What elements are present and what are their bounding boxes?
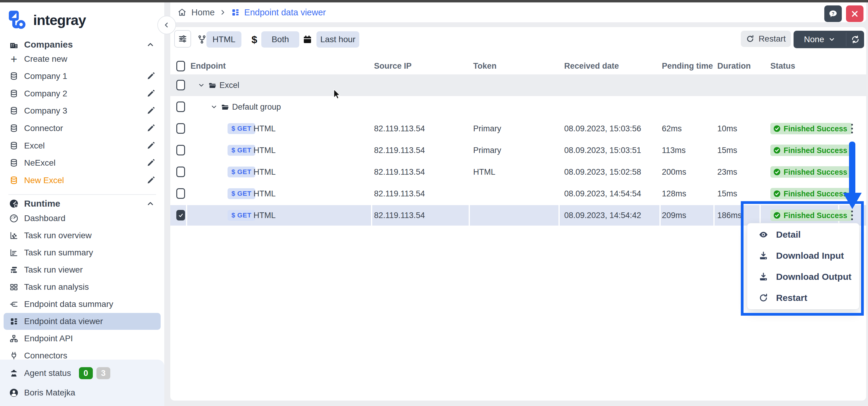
- menu-item-detail[interactable]: Detail: [747, 224, 859, 245]
- kebab-icon: [850, 188, 854, 199]
- row-menu-button[interactable]: [845, 187, 859, 200]
- status-text: Finished Success: [784, 146, 847, 155]
- edit-pencil-icon[interactable]: [146, 72, 155, 81]
- group-checkbox[interactable]: [176, 102, 185, 112]
- row-checkbox-checked[interactable]: [176, 210, 185, 221]
- pending-time-cell: 209ms: [662, 211, 686, 220]
- sidebar-collapse-button[interactable]: [157, 16, 176, 34]
- menu-item-download-output[interactable]: Download Output: [747, 266, 859, 287]
- time-filter-chip[interactable]: Last hour: [316, 31, 359, 47]
- breadcrumb-current-wrap[interactable]: Endpoint data viewer: [231, 7, 326, 18]
- restart-button[interactable]: Restart: [741, 31, 791, 47]
- help-button[interactable]: ?: [824, 5, 842, 22]
- row-checkbox[interactable]: [176, 123, 185, 134]
- menu-item-label: Download Output: [776, 272, 851, 282]
- runtime-label: Endpoint API: [24, 334, 73, 343]
- source-ip-cell: 82.119.113.54: [374, 146, 425, 155]
- sidebar-item-user[interactable]: Boris Matejka: [0, 384, 164, 401]
- table-row[interactable]: $ GET HTML 82.119.113.54 Primary 08.09.2…: [170, 118, 866, 139]
- sidebar-item-task-run-analysis[interactable]: Task run analysis: [0, 279, 164, 296]
- row-menu-button[interactable]: [845, 165, 859, 179]
- payload-filter-chip[interactable]: Both: [261, 31, 299, 47]
- sidebar-item-endpoint-data-summary[interactable]: Endpoint data summary: [0, 296, 164, 313]
- status-text: Finished Success: [784, 211, 847, 220]
- row-menu-button[interactable]: [845, 144, 859, 157]
- bulk-action-select[interactable]: None: [794, 31, 846, 48]
- duration-cell: 10ms: [717, 124, 737, 133]
- table-row[interactable]: $ GET HTML 82.119.113.54 08.09.2023, 14:…: [170, 183, 866, 204]
- sidebar-item-agent-status[interactable]: Agent status 0 3: [0, 365, 164, 382]
- sidebar-item-connector[interactable]: Connector: [0, 120, 164, 137]
- sidebar-item-company-2[interactable]: Company 2: [0, 85, 164, 102]
- svg-text:?: ?: [832, 11, 834, 16]
- sidebar-item-excel[interactable]: Excel: [0, 137, 164, 154]
- edit-pencil-icon[interactable]: [146, 106, 155, 115]
- row-checkbox[interactable]: [176, 167, 185, 177]
- menu-item-restart[interactable]: Restart: [747, 287, 859, 308]
- menu-item-download-input[interactable]: Download Input: [747, 245, 859, 266]
- method-badge: $ GET: [227, 123, 255, 134]
- edit-pencil-icon[interactable]: [146, 89, 155, 98]
- status-badge: Finished Success: [770, 166, 852, 178]
- sidebar-item-endpoint-api[interactable]: Endpoint API: [0, 330, 164, 347]
- col-duration: Duration: [717, 62, 751, 71]
- row-checkbox[interactable]: [176, 145, 185, 156]
- method-badge: $ GET: [227, 210, 255, 221]
- group-row-excel[interactable]: Excel: [170, 74, 866, 96]
- edit-pencil-icon[interactable]: [146, 141, 155, 150]
- chevron-down-icon[interactable]: [210, 103, 218, 110]
- runtime-label: Task run viewer: [24, 265, 83, 275]
- source-ip-cell: 82.119.113.54: [374, 211, 425, 220]
- company-label: Company 2: [24, 89, 67, 99]
- status-text: Finished Success: [784, 124, 847, 133]
- brand-logo[interactable]: integray: [0, 7, 164, 33]
- check-circle-icon: [773, 168, 781, 176]
- window-top-strip: [0, 0, 868, 2]
- status-badge: Finished Success: [770, 188, 852, 199]
- edit-pencil-icon[interactable]: [146, 176, 155, 185]
- select-all-checkbox[interactable]: [176, 61, 185, 71]
- table-header: Endpoint Source IP Token Received date P…: [170, 59, 866, 74]
- sidebar-item-dashboard[interactable]: Dashboard: [0, 210, 164, 227]
- sidebar-item-neexcel[interactable]: NeExcel: [0, 155, 164, 171]
- endpoint-cell: HTML: [253, 146, 276, 155]
- breadcrumb-home[interactable]: Home: [191, 7, 215, 18]
- row-menu-button[interactable]: [845, 122, 859, 135]
- col-pending-time: Pending time: [662, 62, 713, 71]
- method-badge: $ GET: [227, 188, 255, 199]
- col-received-date: Received date: [564, 62, 619, 71]
- sitemap-icon: [9, 334, 19, 343]
- table-row[interactable]: $ GET HTML 82.119.113.54 Primary 08.09.2…: [170, 139, 866, 161]
- bulk-action-group: None: [794, 31, 864, 48]
- section-runtime[interactable]: Runtime: [0, 195, 164, 212]
- sidebar-item-company-1[interactable]: Company 1: [0, 68, 164, 84]
- row-menu-button[interactable]: [845, 209, 859, 222]
- create-new-button[interactable]: + Create new: [0, 50, 164, 67]
- endpoint-filter-chip[interactable]: HTML: [207, 31, 241, 47]
- close-button[interactable]: [846, 5, 864, 22]
- table-row[interactable]: $ GET HTML 82.119.113.54 HTML 08.09.2023…: [170, 161, 866, 183]
- sidebar-item-task-run-viewer[interactable]: Task run viewer: [0, 262, 164, 278]
- edit-pencil-icon[interactable]: [146, 159, 155, 167]
- group-checkbox[interactable]: [176, 80, 185, 90]
- check-circle-icon: [773, 190, 781, 198]
- runtime-collapse-icon[interactable]: [146, 199, 155, 208]
- edit-pencil-icon[interactable]: [146, 124, 155, 133]
- sidebar-item-company-3[interactable]: Company 3: [0, 102, 164, 119]
- row-context-menu: Detail Download Input Download Output Re…: [747, 223, 860, 310]
- topbar: Home Endpoint data viewer ?: [170, 2, 866, 22]
- filter-settings-button[interactable]: [174, 30, 191, 47]
- group-row-default-group[interactable]: Default group: [170, 96, 866, 118]
- col-status: Status: [770, 62, 795, 71]
- home-icon[interactable]: [178, 8, 187, 17]
- check-circle-icon: [773, 125, 781, 133]
- chevron-down-icon[interactable]: [198, 81, 205, 89]
- companies-collapse-icon[interactable]: [146, 40, 155, 49]
- row-checkbox[interactable]: [176, 188, 185, 199]
- sidebar-item-task-run-summary[interactable]: Task run summary: [0, 244, 164, 261]
- sidebar-item-endpoint-data-viewer[interactable]: Endpoint data viewer: [4, 313, 161, 330]
- database-icon: [9, 89, 19, 99]
- sidebar-item-new-excel[interactable]: New Excel: [0, 172, 164, 189]
- sidebar-item-task-run-overview[interactable]: Task run overview: [0, 227, 164, 244]
- refresh-table-button[interactable]: [846, 31, 864, 48]
